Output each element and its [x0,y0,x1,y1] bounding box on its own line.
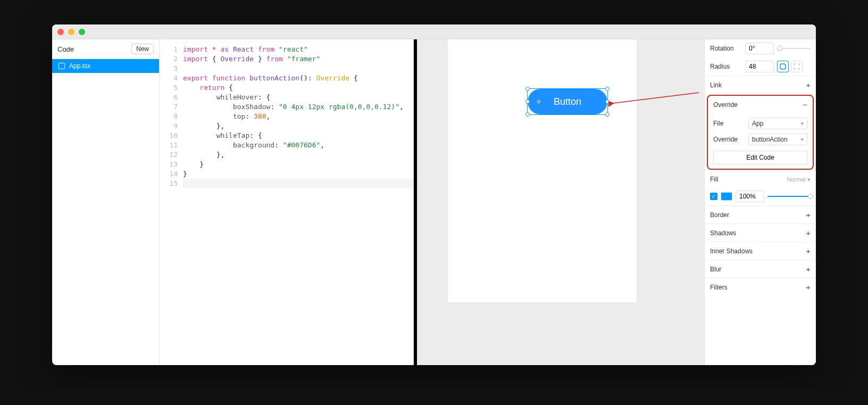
chevron-down-icon: ▾ [807,176,811,183]
button-label: Button [554,96,581,108]
radius-input[interactable] [745,61,774,72]
link-label: Link [710,81,722,89]
minimize-window-button[interactable] [68,29,74,35]
override-section-header[interactable]: Override − [708,96,813,113]
app-window: Code New App.tsx 123456789101112131415 i… [52,24,816,365]
file-name: App.tsx [69,62,90,70]
fill-mode: Normal [787,176,805,183]
chevron-down-icon: ▾ [801,137,804,142]
rotation-input[interactable] [745,43,774,54]
file-dropdown[interactable]: App ▾ [748,118,807,129]
rounded-square-icon [780,63,786,70]
inner-shadows-label: Inner Shadows [710,247,753,255]
override-section-highlight: Override − File App ▾ Override but [707,95,814,170]
add-blur-button[interactable]: + [806,265,811,274]
filters-section-header[interactable]: Filters + [705,278,816,296]
rotation-label: Rotation [710,45,742,52]
override-label: Override [713,101,738,109]
radius-label: Radius [710,63,742,70]
file-value: App [752,120,763,127]
radius-per-corner-button[interactable] [791,61,803,72]
file-icon [59,63,65,69]
border-label: Border [710,211,729,219]
maximize-window-button[interactable] [79,29,85,35]
canvas-frame[interactable]: Button [448,39,637,302]
add-border-button[interactable]: + [806,210,811,219]
fill-label: Fill [710,176,718,183]
file-item-app-tsx[interactable]: App.tsx [52,59,159,73]
new-file-button[interactable]: New [131,44,154,54]
fill-opacity-slider[interactable] [767,196,811,197]
canvas[interactable]: Button [417,39,704,365]
collapse-override-button[interactable]: − [803,100,807,109]
resize-handle-br[interactable] [605,112,610,117]
resize-handle-tr[interactable] [605,87,610,91]
add-inner-shadow-button[interactable]: + [806,246,811,255]
annotation-arrow [608,92,704,113]
edit-code-button[interactable]: Edit Code [713,151,807,164]
svg-line-0 [613,93,699,103]
close-window-button[interactable] [57,29,64,35]
blur-section-header[interactable]: Blur + [705,260,816,278]
override-field-label: Override [713,136,745,143]
svg-rect-1 [780,64,786,69]
code-panel: Code New App.tsx 123456789101112131415 i… [52,39,414,365]
add-filter-button[interactable]: + [806,283,811,292]
add-link-button[interactable]: + [806,80,811,89]
radio-dot-icon [537,100,540,103]
shadows-label: Shadows [710,229,736,237]
override-value: buttonAction [752,136,788,143]
link-section-header[interactable]: Link + [705,76,816,94]
line-number-gutter: 123456789101112131415 [160,45,183,365]
rotation-slider[interactable] [777,48,811,49]
chevron-down-icon: ▾ [801,121,804,126]
radius-all-button[interactable] [777,61,789,72]
code-editor[interactable]: 123456789101112131415 import * as React … [160,39,413,365]
shadows-section-header[interactable]: Shadows + [705,224,816,242]
code-content: import * as React from "react" import { … [183,45,413,365]
fill-enabled-checkbox[interactable]: ✓ [710,193,717,200]
inner-shadows-section-header[interactable]: Inner Shadows + [705,242,816,260]
add-shadow-button[interactable]: + [806,228,811,237]
fill-section-header[interactable]: Fill Normal ▾ [705,171,816,187]
button-element[interactable]: Button [528,89,607,114]
fill-color-swatch[interactable] [721,192,732,201]
file-label: File [713,120,745,127]
code-sidebar: Code New App.tsx [52,39,160,365]
resize-handle-tl[interactable] [525,87,530,91]
resize-handle-bl[interactable] [525,112,530,117]
sidebar-title: Code [57,45,74,53]
window-titlebar [52,24,816,39]
properties-panel: Rotation Radius Link + [704,39,816,365]
override-dropdown[interactable]: buttonAction ▾ [748,134,807,145]
border-section-header[interactable]: Border + [705,205,816,224]
blur-label: Blur [710,266,721,273]
fill-opacity-input[interactable] [736,191,764,202]
filters-label: Filters [710,284,728,291]
corners-icon [794,63,800,70]
